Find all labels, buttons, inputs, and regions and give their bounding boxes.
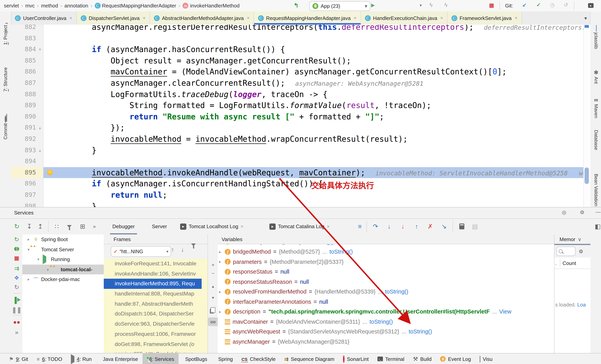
frame-down-icon[interactable]: ↓	[181, 246, 184, 253]
load-classes-link[interactable]: Loa	[577, 302, 586, 308]
code-line[interactable]: 885 Object result = asyncManager.getConc…	[11, 55, 583, 66]
code-line[interactable]: 898 }	[11, 201, 583, 207]
variable-row[interactable]: ▸fbridgedMethod = {Method@5257} ... toSt…	[218, 247, 554, 257]
scrollbar-thumb[interactable]	[585, 167, 589, 184]
breadcrumb-item[interactable]: servlet	[4, 3, 19, 9]
minimize-icon[interactable]: —	[596, 209, 601, 215]
code-line[interactable]: 897 return null;	[11, 189, 583, 201]
run-anything-icon[interactable]: ϟ	[430, 1, 433, 8]
fold-marker-icon[interactable]: ▾	[37, 44, 43, 55]
line-number[interactable]: 897	[11, 189, 36, 201]
variable-row[interactable]: fresponseStatus = null	[218, 267, 554, 277]
code-line[interactable]: 884▾ if (asyncManager.hasConcurrentResul…	[11, 44, 583, 55]
tostring-link[interactable]: toString()	[330, 249, 353, 255]
statusbar-item-sequence-diagram[interactable]: ⇉Sequence Diagram	[280, 354, 339, 364]
close-tab-icon[interactable]: ×	[354, 15, 357, 21]
code-line[interactable]: 895 invocableMethod.invokeAndHandle(webR…	[11, 167, 583, 178]
class-column-header[interactable]: .	[555, 260, 557, 266]
close-tab-icon[interactable]: ×	[70, 15, 72, 21]
intention-bulb-icon[interactable]	[47, 169, 53, 175]
frames-scrollbar[interactable]	[202, 259, 208, 354]
view-link[interactable]: View	[499, 309, 511, 315]
update-application-icon[interactable]: ⇉	[11, 264, 22, 273]
gear-icon[interactable]: ⚙	[580, 209, 584, 215]
step-out-icon[interactable]: ↑	[411, 218, 422, 235]
filter-icon[interactable]	[64, 218, 74, 235]
tree-item-docker-pdai-mac[interactable]: ▸Docker-pdai-mac	[22, 274, 104, 284]
tree-arrow-icon[interactable]: ▸	[218, 260, 222, 264]
code-line[interactable]: 888 LogFormatUtils.traceDebug(logger, tr…	[11, 89, 583, 100]
fold-marker-icon[interactable]: ▴	[37, 122, 43, 133]
line-number[interactable]: 883	[11, 33, 36, 44]
copy-stack-icon[interactable]	[208, 306, 218, 314]
chevron-down-icon[interactable]: ∨	[578, 236, 581, 242]
line-number[interactable]: 894	[11, 156, 36, 167]
statusbar-item-event-log[interactable]: 8Event Log	[436, 354, 475, 364]
force-step-into-icon[interactable]: ↓	[398, 218, 408, 235]
pause-program-icon[interactable]: ❚❚	[11, 306, 22, 314]
threads-view-icon[interactable]: ≡	[355, 218, 365, 235]
tree-arrow-icon[interactable]: ▾	[36, 257, 41, 262]
variable-row[interactable]: ▸fdescription = "tech.pdai.springframewo…	[218, 307, 554, 317]
tree-arrow-icon[interactable]: ▾	[26, 247, 31, 252]
memory-settings-icon[interactable]: ⚙	[579, 248, 583, 254]
step-over-icon[interactable]: ↷	[371, 218, 381, 235]
frame-row[interactable]: service:655, HttpServlet (javax.s	[104, 349, 202, 354]
target-icon[interactable]: ◎	[562, 209, 566, 215]
debug-tab-tomcat-localhost-log[interactable]: ▸Tomcat Localhost Log×	[180, 218, 243, 235]
tree-arrow-icon[interactable]: ▸	[218, 250, 222, 254]
variable-row[interactable]: ▸fresolvedFromHandlerMethod = {HandlerMe…	[218, 287, 554, 297]
line-number[interactable]: 889	[11, 100, 36, 111]
thread-selector[interactable]: ✓ "htt...NING ▾	[111, 246, 171, 257]
breadcrumb-item[interactable]: invokeHandlerMethod	[190, 3, 240, 9]
move-watch-down-icon[interactable]: ▼	[208, 294, 218, 302]
more-actions-icon[interactable]: »	[89, 218, 100, 235]
statusbar-item-visu[interactable]: Visu	[475, 354, 497, 364]
update-classes-icon[interactable]: ❖	[11, 274, 22, 282]
code-line[interactable]: 883	[11, 33, 583, 44]
breadcrumb-item[interactable]: method	[41, 3, 58, 9]
tostring-link[interactable]: toString()	[385, 289, 408, 295]
run-configuration-select[interactable]: App (23) ▾	[309, 1, 371, 11]
code-line[interactable]: 892 invocableMethod = invocableMethod.wr…	[11, 133, 583, 145]
close-tab-icon[interactable]: ×	[327, 224, 330, 229]
statusbar-item-build[interactable]: ⚒Build	[409, 354, 436, 364]
statusbar-item-terminal[interactable]: ›_Terminal	[373, 354, 409, 364]
statusbar-item-run[interactable]: 4: Run	[67, 354, 96, 364]
frame-row[interactable]: invokeForRequest:141, Invocable	[104, 259, 202, 269]
evaluate-expression-icon[interactable]	[457, 218, 467, 235]
code-line[interactable]: 882 asyncManager.registerDeferredResultI…	[11, 25, 583, 33]
code-line[interactable]: 894	[11, 156, 583, 167]
close-tab-icon[interactable]: ×	[515, 15, 517, 21]
editor-tab[interactable]: CAbstractHandlerMethodAdapter.java×	[150, 11, 254, 25]
code-line[interactable]: 889 String formatted = LogFormatUtils.fo…	[11, 100, 583, 111]
line-number[interactable]: 896	[11, 178, 36, 189]
run-button[interactable]	[371, 3, 375, 8]
statusbar-item-git[interactable]: ⚑9: Git	[5, 354, 32, 364]
line-number[interactable]: 898	[11, 201, 36, 207]
add-service-icon[interactable]: ⊞	[78, 218, 88, 235]
statusbar-item-java-enterprise[interactable]: Java Enterprise	[96, 354, 142, 364]
statusbar-item-spotbugs[interactable]: SpotBugs	[179, 354, 212, 364]
line-number[interactable]: 891	[11, 122, 36, 133]
line-number[interactable]: 888	[11, 89, 36, 100]
statusbar-item-sonarlint[interactable]: SonarLint	[339, 354, 373, 364]
editor-tab[interactable]: CHandlerExecutionChain.java×	[361, 11, 447, 25]
variable-row[interactable]: finterfaceParameterAnnotations = null	[218, 297, 554, 307]
variable-row[interactable]: fresponseStatusReason = null	[218, 277, 554, 287]
tool-stripe-ant[interactable]: ✱Ant	[591, 69, 601, 90]
line-number[interactable]: 882	[11, 25, 36, 33]
tostring-link[interactable]: toString()	[409, 329, 432, 335]
collapse-all-icon[interactable]: ↥	[35, 218, 45, 235]
tool-stripe-commit[interactable]: Commit	[0, 116, 10, 147]
close-tab-icon[interactable]: ×	[440, 15, 443, 21]
git-commit-button[interactable]: ✓	[536, 2, 541, 8]
tree-arrow-icon[interactable]: ▸	[46, 267, 50, 272]
debug-tab-debugger[interactable]: Debugger	[112, 218, 135, 235]
memory-search-input[interactable]	[556, 246, 576, 256]
line-number[interactable]: 884	[11, 44, 36, 55]
count-column-header[interactable]: Count	[562, 260, 576, 266]
step-into-icon[interactable]: ↓	[384, 218, 394, 235]
tree-arrow-icon[interactable]: ▸	[26, 237, 31, 242]
statusbar-item-todo[interactable]: ≡6: TODO	[32, 354, 66, 364]
